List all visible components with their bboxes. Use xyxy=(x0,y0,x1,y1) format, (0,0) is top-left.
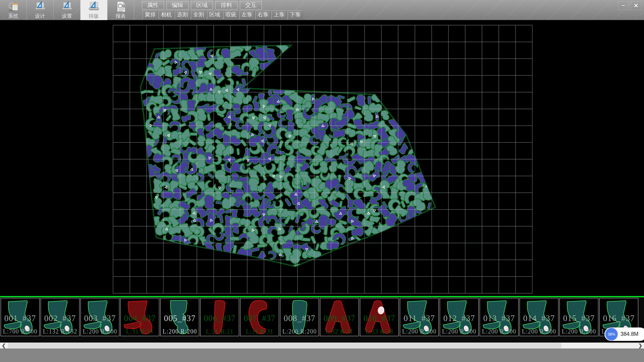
thumbnail-cell-007[interactable]: 007_#37L:31 R:31 xyxy=(240,298,279,336)
nesting-canvas[interactable] xyxy=(0,20,644,296)
toolbar-item-label: 排版 xyxy=(89,13,99,19)
system-gear-icon xyxy=(7,1,19,13)
menu-tab-row: 属性编辑区域排料交互 xyxy=(142,1,262,9)
scroll-left-icon[interactable]: ❮ xyxy=(0,343,7,349)
thumbnail-cell-005[interactable]: 005_#37L:200 R:200 xyxy=(160,298,199,336)
tool-button-7[interactable]: 左靠 xyxy=(239,10,255,19)
toolbar-item-4[interactable]: 排版 xyxy=(80,0,107,20)
tool-button-2[interactable]: 相机 xyxy=(159,10,174,19)
memory-percent-badge: 38% xyxy=(605,328,618,341)
status-bar xyxy=(0,349,644,362)
thumbnail-cell-009[interactable]: 009_#37L:32 R:31 xyxy=(320,298,359,336)
piece-thumbnail-shape xyxy=(81,298,119,336)
pieces-strip: 001_#37L:700 R:700002_#37L:132 R:132003_… xyxy=(0,296,644,343)
tool-button-6[interactable]: 瑕疵 xyxy=(223,10,238,19)
thumbnail-cell-012[interactable]: 012_#37L:200 R:200 xyxy=(440,298,479,336)
settings-ruler-icon xyxy=(61,1,73,13)
close-button[interactable]: ✕ xyxy=(631,1,641,10)
main-toolbar: 系统 设计 设置 排版 报表 属性编辑区域排料交互 聚 xyxy=(0,0,644,20)
tool-button-5[interactable]: 区域 xyxy=(207,10,222,19)
scroll-right-icon[interactable]: ❯ xyxy=(637,343,644,349)
strip-top-divider xyxy=(0,296,644,297)
tool-button-row: 聚排相机选割全割区域瑕疵左靠右靠上靠下靠 xyxy=(143,10,303,19)
thumbnail-cell-015[interactable]: 015_#37L:200 R:200 xyxy=(559,298,598,336)
toolbar-item-1[interactable]: 系统 xyxy=(0,0,27,20)
thumbnail-cell-008[interactable]: 008_#37L:200 R:200 xyxy=(280,298,319,336)
thumbnail-cell-011[interactable]: 011_#37L:200 R:200 xyxy=(400,298,439,336)
toolbar-item-label: 报表 xyxy=(116,13,126,19)
horizontal-scrollbar[interactable]: ❮ ❯ xyxy=(0,343,644,349)
piece-thumbnail-shape xyxy=(360,298,398,336)
toolbar-icon-slot xyxy=(7,0,19,13)
piece-thumbnail-shape xyxy=(121,298,159,336)
menu-tab-5[interactable]: 交互 xyxy=(240,1,262,9)
thumbnail-cell-004[interactable]: 004_#37L:31 R:31 xyxy=(120,298,159,336)
main-toolbar-buttons: 系统 设计 设置 排版 报表 xyxy=(0,0,134,20)
piece-thumbnail-shape xyxy=(161,298,199,336)
piece-thumbnail-shape xyxy=(1,298,39,336)
window-controls: – ✕ xyxy=(618,1,641,10)
thumbnail-cell-010[interactable]: 010_#37L:33 R:33 xyxy=(360,298,399,336)
menu-tab-4[interactable]: 排料 xyxy=(215,1,237,9)
piece-thumbnail-shape xyxy=(41,298,79,336)
piece-thumbnail-shape xyxy=(520,298,558,336)
toolbar-item-3[interactable]: 设置 xyxy=(54,0,80,20)
toolbar-icon-slot xyxy=(88,0,100,13)
design-ruler-icon xyxy=(34,1,46,13)
layout-ruler-icon xyxy=(88,1,100,13)
scrollbar-thumb[interactable] xyxy=(8,343,561,348)
piece-thumbnail-shape xyxy=(440,298,478,336)
application-window: 系统 设计 设置 排版 报表 属性编辑区域排料交互 聚 xyxy=(0,0,644,362)
toolbar-icon-slot xyxy=(34,0,46,13)
piece-thumbnail-list: 001_#37L:700 R:700002_#37L:132 R:132003_… xyxy=(1,298,638,336)
thumbnail-cell-002[interactable]: 002_#37L:132 R:132 xyxy=(41,298,79,336)
toolbar-item-5[interactable]: 报表 xyxy=(107,0,134,20)
thumbnail-cell-003[interactable]: 003_#37L:200 R:200 xyxy=(80,298,119,336)
thumbnail-cell-013[interactable]: 013_#37L:200 R:200 xyxy=(480,298,519,336)
tool-button-3[interactable]: 选割 xyxy=(175,10,190,19)
toolbar-icon-slot xyxy=(61,0,73,13)
piece-thumbnail-shape xyxy=(560,298,598,336)
piece-thumbnail-shape xyxy=(480,298,518,336)
toolbar-item-label: 系统 xyxy=(8,13,18,19)
nesting-canvas-svg[interactable] xyxy=(0,20,644,296)
menu-tab-1[interactable]: 属性 xyxy=(142,1,164,9)
menu-tab-3[interactable]: 区域 xyxy=(191,1,213,9)
tool-button-10[interactable]: 下靠 xyxy=(287,10,303,19)
piece-thumbnail-shape xyxy=(280,298,319,336)
thumbnail-cell-014[interactable]: 014_#37L:200 R:200 xyxy=(520,298,558,336)
tool-button-9[interactable]: 上靠 xyxy=(271,10,287,19)
memory-size-label: 384.8M xyxy=(621,331,638,337)
memory-badge[interactable]: 38% 384.8M xyxy=(604,327,644,341)
toolbar-item-2[interactable]: 设计 xyxy=(27,0,54,20)
thumbnail-cell-006[interactable]: 006_#37L:21 R:21 xyxy=(200,298,239,336)
piece-thumbnail-shape xyxy=(201,298,239,336)
tool-button-4[interactable]: 全割 xyxy=(191,10,206,19)
minimize-button[interactable]: – xyxy=(618,1,629,10)
tool-button-1[interactable]: 聚排 xyxy=(143,10,158,19)
tool-button-8[interactable]: 右靠 xyxy=(255,10,271,19)
piece-thumbnail-shape xyxy=(400,298,438,336)
piece-thumbnail-shape xyxy=(240,298,279,336)
thumbnail-cell-001[interactable]: 001_#37L:700 R:700 xyxy=(1,298,40,336)
piece-thumbnail-shape xyxy=(320,298,359,336)
report-icon xyxy=(115,1,127,13)
toolbar-item-label: 设置 xyxy=(62,13,72,19)
toolbar-item-label: 设计 xyxy=(35,13,45,19)
menu-tab-2[interactable]: 编辑 xyxy=(166,1,189,9)
toolbar-icon-slot xyxy=(115,0,127,13)
